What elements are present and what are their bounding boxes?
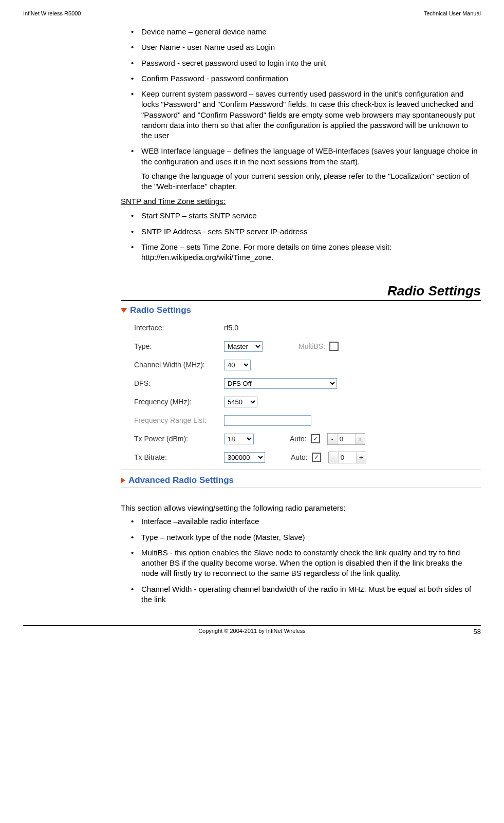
bullets-group-1: Device name – general device name User N…: [121, 27, 481, 192]
li-text: Start SNTP – starts SNTP service: [141, 211, 257, 220]
txp-stepper-plus[interactable]: +: [356, 434, 365, 444]
label-multibs: MultiBS:: [298, 342, 325, 350]
list-item: MultiBS - this option enables the Slave …: [131, 548, 481, 579]
label-txp-auto: Auto:: [290, 435, 307, 443]
row-channel-width: Channel Width (MHz): 40: [134, 356, 481, 374]
dfs-select[interactable]: DFS Off: [224, 378, 337, 389]
li-text: WEB Interface language – defines the lan…: [141, 146, 478, 165]
section-title-radio-settings: Radio Settings: [121, 283, 481, 301]
list-item: WEB Interface language – defines the lan…: [131, 146, 481, 192]
footer-copyright: Copyright © 2004-2011 by InfiNet Wireles…: [198, 628, 306, 634]
footer-page-number: 58: [474, 628, 481, 635]
radio-settings-toggle[interactable]: Radio Settings: [121, 303, 481, 319]
frequency-select[interactable]: 5450: [224, 397, 257, 407]
advanced-panel-title: Advanced Radio Settings: [128, 475, 234, 485]
label-channel-width: Channel Width (MHz):: [134, 361, 224, 369]
li-text: Password - secret password used to login…: [141, 59, 326, 67]
label-dfs: DFS:: [134, 379, 224, 387]
label-frequency-range-list: Frequency Range List:: [134, 416, 224, 424]
label-tx-bitrate: Tx Bitrate:: [134, 453, 224, 461]
panel-title: Radio Settings: [130, 305, 191, 315]
tx-power-select[interactable]: 18: [224, 434, 254, 444]
li-text: Device name – general device name: [141, 27, 266, 36]
txb-stepper-value: 0: [338, 452, 357, 463]
list-item: Start SNTP – starts SNTP service: [131, 211, 481, 221]
list-item: Channel Width - operating channel bandwi…: [131, 584, 481, 605]
label-txb-auto: Auto:: [291, 453, 308, 461]
list-item: Device name – general device name: [131, 27, 481, 37]
txb-stepper-minus[interactable]: -: [329, 452, 338, 463]
label-type: Type:: [134, 342, 224, 350]
li-text: Channel Width - operating channel bandwi…: [141, 585, 471, 604]
row-frequency: Frequency (MHz): 5450: [134, 392, 481, 411]
li-text: SNTP IP Address - sets SNTP server IP-ad…: [141, 227, 307, 236]
channel-width-select[interactable]: 40: [224, 360, 251, 370]
label-interface: Interface:: [134, 324, 224, 332]
li-text: MultiBS - this option enables the Slave …: [141, 548, 462, 578]
list-item: Type – network type of the node (Master,…: [131, 532, 481, 543]
advanced-radio-settings-toggle[interactable]: Advanced Radio Settings: [121, 470, 481, 488]
list-item: Keep current system password – saves cur…: [131, 89, 481, 141]
li-text: Time Zone – sets Time Zone. For more det…: [141, 242, 391, 261]
list-item: User Name - user Name used as Login: [131, 42, 481, 52]
txb-stepper-plus[interactable]: +: [357, 452, 366, 463]
txb-auto-checkbox[interactable]: ✓: [312, 453, 321, 462]
header-right: Technical User Manual: [424, 10, 481, 16]
tx-bitrate-select[interactable]: 300000: [224, 452, 265, 463]
li-text: Interface –available radio interface: [141, 517, 259, 526]
txb-stepper[interactable]: - 0 +: [328, 452, 366, 463]
txp-stepper-value: 0: [337, 434, 356, 444]
type-select[interactable]: Master: [224, 341, 263, 352]
li-text: User Name - user Name used as Login: [141, 43, 275, 51]
label-frequency: Frequency (MHz):: [134, 398, 224, 406]
header-left: InfiNet Wireless R5000: [23, 10, 81, 16]
row-tx-power: Tx Power (dBm): 18 Auto: ✓ - 0 +: [134, 429, 481, 448]
list-item: Interface –available radio interface: [131, 516, 481, 527]
list-item: SNTP IP Address - sets SNTP server IP-ad…: [131, 227, 481, 237]
row-dfs: DFS: DFS Off: [134, 374, 481, 392]
bullets-group-2: Start SNTP – starts SNTP service SNTP IP…: [121, 211, 481, 263]
list-item: Confirm Password - password confirmation: [131, 73, 481, 84]
label-tx-power: Tx Power (dBm):: [134, 435, 224, 443]
multibs-checkbox[interactable]: [329, 342, 339, 351]
chevron-down-icon: [121, 308, 127, 313]
li-text: Keep current system password – saves cur…: [141, 89, 475, 140]
row-tx-bitrate: Tx Bitrate: 300000 Auto: ✓ - 0 +: [134, 448, 481, 466]
chevron-right-icon: [121, 477, 125, 483]
sntp-heading: SNTP and Time Zone settings:: [121, 197, 481, 205]
bullets-group-3: Interface –available radio interface Typ…: [121, 516, 481, 605]
radio-settings-panel: Radio Settings Interface: rf5.0 Type: Ma…: [121, 303, 481, 488]
row-frequency-range-list: Frequency Range List:: [134, 411, 481, 429]
row-interface: Interface: rf5.0: [134, 319, 481, 337]
li-extra: To change the language of your current s…: [141, 171, 481, 192]
txp-stepper[interactable]: - 0 +: [327, 433, 365, 445]
txp-auto-checkbox[interactable]: ✓: [311, 434, 320, 443]
txp-stepper-minus[interactable]: -: [328, 434, 337, 444]
list-item: Password - secret password used to login…: [131, 58, 481, 68]
li-text: Type – network type of the node (Master,…: [141, 533, 305, 541]
list-item: Time Zone – sets Time Zone. For more det…: [131, 242, 481, 263]
li-text: Confirm Password - password confirmation: [141, 74, 288, 83]
row-type: Type: Master MultiBS:: [134, 337, 481, 356]
value-interface: rf5.0: [224, 324, 238, 332]
body-intro: This section allows viewing/setting the …: [121, 503, 481, 512]
frequency-range-list-input[interactable]: [224, 415, 311, 426]
